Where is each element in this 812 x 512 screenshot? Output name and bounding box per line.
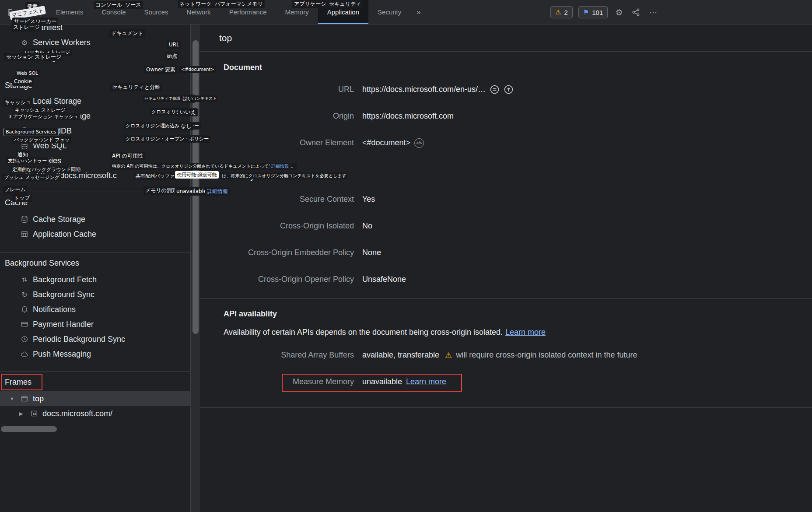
hierarchy-icon[interactable]	[630, 7, 642, 18]
settings-gear-icon[interactable]: ⚙	[613, 7, 625, 18]
coep-row: Cross-Origin Embedder Policy None	[200, 239, 812, 266]
fetch-arrows-icon	[20, 275, 29, 284]
learn-more-link[interactable]: Learn more	[406, 377, 446, 386]
warnings-badge[interactable]: ⚠ 2	[550, 6, 573, 18]
sidebar-item-notifications[interactable]: Notifications	[0, 302, 190, 317]
owner-element-row: Owner Element <#document> </>	[200, 130, 812, 156]
sidebar-item-label: Push Messaging	[33, 350, 91, 359]
warning-icon: ⚠	[555, 8, 561, 16]
tab-elements[interactable]: Elements	[47, 0, 93, 24]
sidebar-item-label: Manifest	[33, 25, 63, 32]
row-label: Cross-Origin Embedder Policy	[200, 248, 354, 257]
reveal-in-network-icon[interactable]	[490, 84, 500, 95]
section-title-security-isolation: Security & Isolation	[224, 172, 812, 181]
sidebar-item-payment-handler[interactable]: Payment Handler	[0, 317, 190, 332]
api-rows: Shared Array Buffers available, transfer…	[200, 342, 812, 395]
sidebar-item-label: Cookies	[33, 156, 61, 165]
code-icon[interactable]: </>	[414, 138, 424, 148]
sidebar-item-background-fetch[interactable]: Background Fetch	[0, 272, 190, 287]
document-icon	[20, 25, 29, 32]
cross-origin-isolated-row: Cross-Origin Isolated No	[200, 213, 812, 239]
coop-row: Cross-Origin Opener Policy UnsafeNone	[200, 266, 812, 293]
tab-application[interactable]: Application	[318, 0, 368, 24]
row-label: Cross-Origin Opener Policy	[200, 275, 354, 284]
twisty-closed-icon[interactable]: ▶	[10, 113, 20, 119]
issues-badge[interactable]: ⚑ 101	[578, 6, 608, 18]
row-label: Shared Array Buffers	[200, 351, 354, 360]
frame-details-pane: top Document URL https://docs.microsoft.…	[200, 25, 812, 512]
section-divider	[200, 407, 812, 408]
sidebar-scrollbar-track[interactable]	[190, 25, 200, 512]
sidebar-section-frames: Frames	[0, 371, 190, 391]
tab-console[interactable]: Console	[93, 0, 135, 24]
sidebar-item-label: Background Fetch	[33, 275, 97, 284]
coop-value: UnsafeNone	[362, 275, 406, 284]
frame-details-header: top	[200, 25, 812, 52]
sidebar-item-cache-storage[interactable]: Cache Storage	[0, 212, 190, 227]
sidebar-item-local-storage[interactable]: Local Storage	[0, 94, 190, 109]
tab-network[interactable]: Network	[178, 0, 220, 24]
sidebar-item-background-sync[interactable]: ↻ Background Sync	[0, 287, 190, 302]
more-tabs-chevron-icon[interactable]: »	[410, 0, 427, 24]
toolbar-separator	[40, 6, 41, 19]
sab-warning-text: will require cross-origin isolated conte…	[456, 351, 637, 360]
sidebar-item-cookie-origin[interactable]: https://docs.microsoft.c	[0, 168, 190, 183]
sidebar-item-frame-top[interactable]: ▼ top	[0, 391, 190, 406]
cross-origin-isolated-value: No	[362, 221, 372, 231]
warning-icon: ⚠	[445, 351, 452, 360]
section-title-document: Document	[224, 63, 812, 72]
horizontal-scrollbar-thumb[interactable]	[1, 426, 57, 432]
device-toolbar-icon[interactable]	[22, 7, 33, 18]
table-icon	[20, 97, 29, 105]
sidebar-item-storage[interactable]: Storage	[0, 50, 190, 65]
sidebar-item-indexeddb[interactable]: IndexedDB	[0, 123, 190, 138]
secure-context-value: Yes	[362, 195, 375, 204]
learn-more-link[interactable]: Learn more	[505, 328, 546, 337]
owner-element-link[interactable]: <#document>	[362, 138, 410, 147]
secure-context-row: Secure Context Yes	[200, 186, 812, 213]
frame-icon	[20, 394, 29, 403]
section-divider	[200, 298, 812, 299]
cookie-icon	[20, 156, 29, 165]
sidebar-item-web-sql[interactable]: Web SQL	[0, 138, 190, 153]
flag-icon: ⚑	[583, 8, 589, 16]
sab-value: available, transferable	[362, 351, 439, 360]
devtools-window: Elements Console Sources Network Perform…	[0, 0, 812, 512]
open-in-new-tab-icon[interactable]	[504, 84, 514, 95]
url-row: URL https://docs.microsoft.com/en-us/…	[200, 76, 812, 103]
sidebar-item-manifest[interactable]: Manifest	[0, 25, 190, 35]
panel-tabs: Elements Console Sources Network Perform…	[47, 0, 427, 24]
sidebar-item-label: Storage	[33, 53, 60, 62]
sidebar-section-background-services: Background Services	[0, 252, 190, 272]
tab-sources[interactable]: Sources	[135, 0, 178, 24]
sidebar-item-label: Local Storage	[33, 97, 81, 106]
sidebar-item-service-workers[interactable]: ⚙ Service Workers	[0, 35, 190, 50]
sidebar-item-label: docs.microsoft.com/	[42, 409, 112, 418]
origin-value: https://docs.microsoft.com	[362, 112, 454, 121]
sidebar-item-periodic-background-sync[interactable]: Periodic Background Sync	[0, 332, 190, 347]
more-options-icon[interactable]: ⋯	[648, 7, 659, 18]
measure-memory-row: Measure Memory unavailable Learn more	[200, 368, 812, 395]
sidebar-scrollbar-thumb[interactable]	[192, 40, 199, 334]
sidebar-item-label: Payment Handler	[33, 320, 94, 329]
database-icon	[20, 141, 29, 150]
sidebar-item-label: Service Workers	[33, 38, 91, 47]
sidebar-item-session-storage[interactable]: ▶ Session Storage	[0, 109, 190, 123]
twisty-open-icon[interactable]: ▼	[10, 158, 20, 163]
sidebar-item-label: Background Sync	[33, 290, 94, 299]
tab-performance[interactable]: Performance	[220, 0, 276, 24]
sidebar-item-label: Notifications	[33, 305, 76, 314]
sidebar-item-application-cache[interactable]: Application Cache	[0, 227, 190, 242]
inspect-element-icon[interactable]	[6, 7, 18, 18]
tab-memory[interactable]: Memory	[276, 0, 318, 24]
tab-security[interactable]: Security	[368, 0, 410, 24]
database-icon	[20, 215, 29, 224]
twisty-open-icon[interactable]: ▼	[10, 396, 20, 401]
sidebar-item-push-messaging[interactable]: Push Messaging	[0, 347, 190, 361]
sidebar-item-cookies[interactable]: ▼ Cookies	[0, 153, 190, 168]
sync-icon: ↻	[20, 290, 29, 299]
section-title-api-availability: API availablity	[224, 309, 812, 319]
twisty-closed-icon[interactable]: ▶	[19, 411, 30, 417]
row-label: URL	[200, 85, 354, 94]
sidebar-item-frame-docs-microsoft[interactable]: ▶ docs.microsoft.com/	[0, 406, 190, 421]
